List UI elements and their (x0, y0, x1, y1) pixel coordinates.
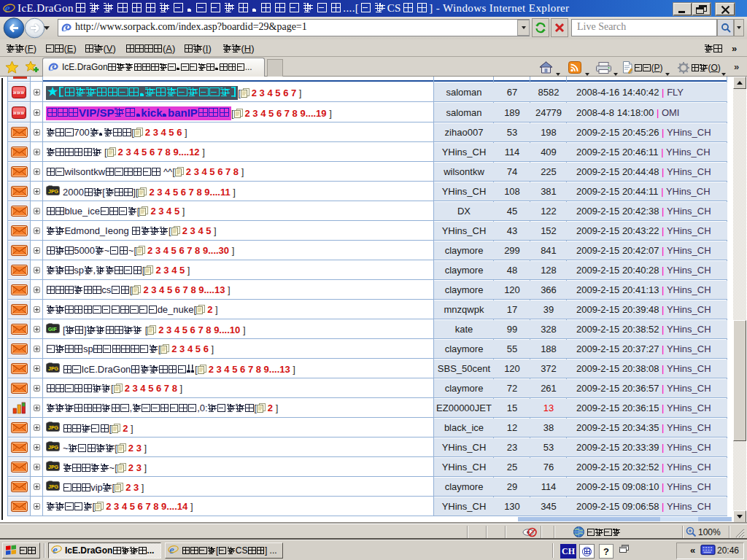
svg-text:GIF: GIF (48, 327, 57, 332)
svg-text:»»»: »»» (13, 88, 25, 96)
svg-text:JPG: JPG (48, 464, 59, 470)
svg-text:JPG: JPG (48, 189, 59, 194)
svg-text:JPG: JPG (48, 425, 59, 430)
svg-text:JPG: JPG (48, 484, 59, 489)
svg-text:»»»: »»» (13, 109, 25, 117)
svg-text:JPG: JPG (48, 366, 59, 371)
svg-text:JPG: JPG (48, 445, 59, 450)
